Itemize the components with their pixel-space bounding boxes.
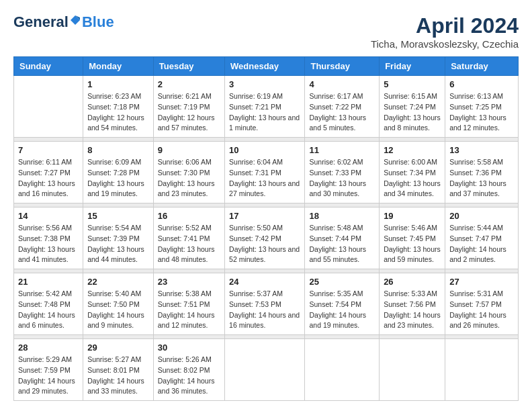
calendar-day-cell: 18Sunrise: 5:48 AMSunset: 7:44 PMDayligh…	[305, 208, 380, 269]
location-subtitle: Ticha, Moravskoslezsky, Czechia	[371, 38, 519, 50]
day-number: 20	[449, 211, 514, 221]
calendar-day-cell: 22Sunrise: 5:40 AMSunset: 7:50 PMDayligh…	[83, 273, 154, 335]
logo-text: General Blue	[13, 13, 114, 31]
calendar-day-cell: 3Sunrise: 6:19 AMSunset: 7:21 PMDaylight…	[225, 76, 305, 138]
svg-marker-0	[71, 15, 80, 25]
calendar-day-cell: 16Sunrise: 5:52 AMSunset: 7:41 PMDayligh…	[153, 208, 224, 269]
calendar-week-row: 1Sunrise: 6:23 AMSunset: 7:18 PMDaylight…	[14, 76, 519, 138]
day-number: 12	[384, 145, 441, 155]
day-info: Sunrise: 5:27 AMSunset: 8:01 PMDaylight:…	[87, 355, 149, 397]
day-number: 7	[18, 145, 79, 155]
day-info: Sunrise: 6:11 AMSunset: 7:27 PMDaylight:…	[18, 157, 79, 199]
calendar-day-cell: 11Sunrise: 6:02 AMSunset: 7:33 PMDayligh…	[305, 142, 380, 203]
day-info: Sunrise: 5:26 AMSunset: 8:02 PMDaylight:…	[158, 355, 220, 397]
day-number: 6	[449, 79, 514, 89]
day-number: 5	[384, 79, 441, 89]
day-number: 21	[18, 277, 79, 287]
day-info: Sunrise: 6:06 AMSunset: 7:30 PMDaylight:…	[158, 157, 220, 199]
calendar-day-cell: 21Sunrise: 5:42 AMSunset: 7:48 PMDayligh…	[14, 273, 83, 335]
calendar-day-cell: 28Sunrise: 5:29 AMSunset: 7:59 PMDayligh…	[14, 339, 83, 401]
day-number: 1	[87, 79, 149, 89]
calendar-day-cell: 29Sunrise: 5:27 AMSunset: 8:01 PMDayligh…	[83, 339, 154, 401]
calendar-day-cell: 14Sunrise: 5:56 AMSunset: 7:38 PMDayligh…	[14, 208, 83, 269]
calendar-week-row: 7Sunrise: 6:11 AMSunset: 7:27 PMDaylight…	[14, 142, 519, 203]
calendar-week-row: 28Sunrise: 5:29 AMSunset: 7:59 PMDayligh…	[14, 339, 519, 401]
day-info: Sunrise: 5:54 AMSunset: 7:39 PMDaylight:…	[87, 223, 149, 265]
calendar-day-cell	[445, 339, 519, 401]
day-info: Sunrise: 5:38 AMSunset: 7:51 PMDaylight:…	[158, 289, 220, 331]
day-info: Sunrise: 6:00 AMSunset: 7:34 PMDaylight:…	[384, 157, 441, 199]
day-number: 2	[158, 79, 220, 89]
day-number: 16	[158, 211, 220, 221]
month-title: April 2024	[371, 13, 519, 38]
calendar-day-cell: 24Sunrise: 5:37 AMSunset: 7:53 PMDayligh…	[225, 273, 305, 335]
day-info: Sunrise: 5:37 AMSunset: 7:53 PMDaylight:…	[229, 289, 300, 331]
title-block: April 2024 Ticha, Moravskoslezsky, Czech…	[371, 13, 519, 50]
page-header: General Blue April 2024 Ticha, Moravskos…	[13, 13, 519, 50]
day-number: 10	[229, 145, 300, 155]
day-header: Friday	[380, 57, 445, 76]
calendar-day-cell: 9Sunrise: 6:06 AMSunset: 7:30 PMDaylight…	[153, 142, 224, 203]
calendar-day-cell: 8Sunrise: 6:09 AMSunset: 7:28 PMDaylight…	[83, 142, 154, 203]
day-info: Sunrise: 5:44 AMSunset: 7:47 PMDaylight:…	[449, 223, 514, 265]
day-info: Sunrise: 6:02 AMSunset: 7:33 PMDaylight:…	[309, 157, 375, 199]
day-number: 13	[449, 145, 514, 155]
day-header: Tuesday	[153, 57, 224, 76]
calendar-day-cell: 13Sunrise: 5:58 AMSunset: 7:36 PMDayligh…	[445, 142, 519, 203]
calendar-week-row: 21Sunrise: 5:42 AMSunset: 7:48 PMDayligh…	[14, 273, 519, 335]
calendar-week-row: 14Sunrise: 5:56 AMSunset: 7:38 PMDayligh…	[14, 208, 519, 269]
day-info: Sunrise: 5:40 AMSunset: 7:50 PMDaylight:…	[87, 289, 149, 331]
calendar-day-cell: 25Sunrise: 5:35 AMSunset: 7:54 PMDayligh…	[305, 273, 380, 335]
day-header: Saturday	[445, 57, 519, 76]
calendar-day-cell: 2Sunrise: 6:21 AMSunset: 7:19 PMDaylight…	[153, 76, 224, 138]
day-info: Sunrise: 5:56 AMSunset: 7:38 PMDaylight:…	[18, 223, 79, 265]
day-number: 8	[87, 145, 149, 155]
day-info: Sunrise: 5:52 AMSunset: 7:41 PMDaylight:…	[158, 223, 220, 265]
day-number: 4	[309, 79, 375, 89]
calendar-day-cell: 27Sunrise: 5:31 AMSunset: 7:57 PMDayligh…	[445, 273, 519, 335]
calendar-header-row: SundayMondayTuesdayWednesdayThursdayFrid…	[14, 57, 519, 76]
calendar-day-cell	[14, 76, 83, 138]
day-number: 18	[309, 211, 375, 221]
day-header: Sunday	[14, 57, 83, 76]
day-info: Sunrise: 5:48 AMSunset: 7:44 PMDaylight:…	[309, 223, 375, 265]
day-number: 11	[309, 145, 375, 155]
calendar-day-cell: 5Sunrise: 6:15 AMSunset: 7:24 PMDaylight…	[380, 76, 445, 138]
day-number: 19	[384, 211, 441, 221]
logo: General Blue	[13, 13, 114, 31]
day-number: 26	[384, 277, 441, 287]
day-number: 14	[18, 211, 79, 221]
day-header: Thursday	[305, 57, 380, 76]
day-info: Sunrise: 5:46 AMSunset: 7:45 PMDaylight:…	[384, 223, 441, 265]
calendar-day-cell: 4Sunrise: 6:17 AMSunset: 7:22 PMDaylight…	[305, 76, 380, 138]
calendar-day-cell: 23Sunrise: 5:38 AMSunset: 7:51 PMDayligh…	[153, 273, 224, 335]
calendar-day-cell: 12Sunrise: 6:00 AMSunset: 7:34 PMDayligh…	[380, 142, 445, 203]
day-number: 23	[158, 277, 220, 287]
day-number: 3	[229, 79, 300, 89]
day-header: Monday	[83, 57, 154, 76]
day-info: Sunrise: 6:19 AMSunset: 7:21 PMDaylight:…	[229, 91, 300, 134]
day-number: 17	[229, 211, 300, 221]
calendar-table: SundayMondayTuesdayWednesdayThursdayFrid…	[13, 56, 519, 401]
day-info: Sunrise: 5:33 AMSunset: 7:56 PMDaylight:…	[384, 289, 441, 331]
calendar-day-cell	[380, 339, 445, 401]
day-info: Sunrise: 5:42 AMSunset: 7:48 PMDaylight:…	[18, 289, 79, 331]
calendar-day-cell	[225, 339, 305, 401]
day-info: Sunrise: 5:58 AMSunset: 7:36 PMDaylight:…	[449, 157, 514, 199]
day-info: Sunrise: 5:50 AMSunset: 7:42 PMDaylight:…	[229, 223, 300, 265]
calendar-day-cell: 6Sunrise: 6:13 AMSunset: 7:25 PMDaylight…	[445, 76, 519, 138]
logo-blue: Blue	[82, 13, 114, 31]
day-number: 9	[158, 145, 220, 155]
day-number: 28	[18, 342, 79, 353]
day-info: Sunrise: 6:04 AMSunset: 7:31 PMDaylight:…	[229, 157, 300, 199]
day-info: Sunrise: 6:15 AMSunset: 7:24 PMDaylight:…	[384, 91, 441, 134]
calendar-day-cell: 20Sunrise: 5:44 AMSunset: 7:47 PMDayligh…	[445, 208, 519, 269]
day-info: Sunrise: 5:35 AMSunset: 7:54 PMDaylight:…	[309, 289, 375, 331]
day-number: 27	[449, 277, 514, 287]
day-number: 15	[87, 211, 149, 221]
day-info: Sunrise: 5:31 AMSunset: 7:57 PMDaylight:…	[449, 289, 514, 331]
day-info: Sunrise: 6:17 AMSunset: 7:22 PMDaylight:…	[309, 91, 375, 134]
calendar-day-cell: 15Sunrise: 5:54 AMSunset: 7:39 PMDayligh…	[83, 208, 154, 269]
day-info: Sunrise: 5:29 AMSunset: 7:59 PMDaylight:…	[18, 355, 79, 397]
calendar-day-cell: 30Sunrise: 5:26 AMSunset: 8:02 PMDayligh…	[153, 339, 224, 401]
